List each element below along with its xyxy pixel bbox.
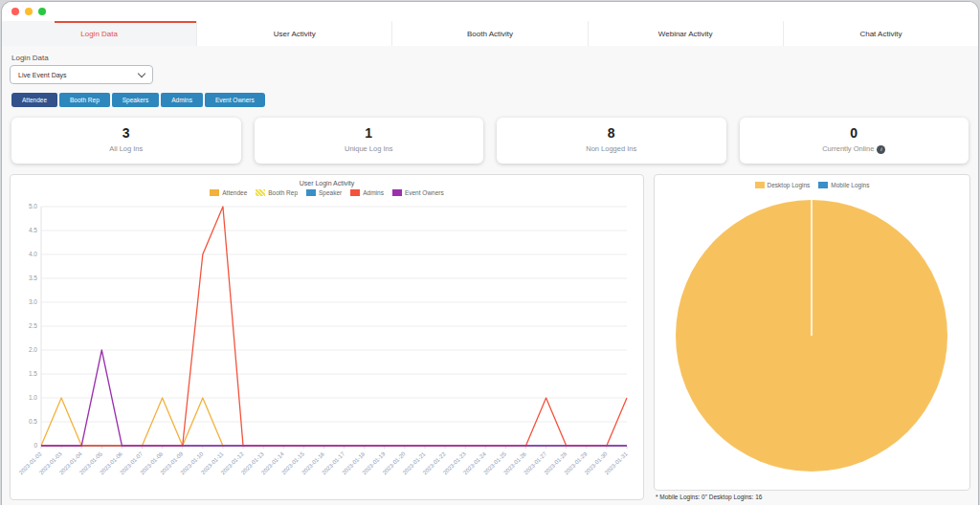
stat-label: Currently Onlinei — [740, 144, 969, 154]
legend-item-speaker[interactable]: Speaker — [306, 189, 342, 196]
svg-text:4.5: 4.5 — [29, 227, 37, 233]
legend-swatch — [818, 182, 828, 188]
svg-text:1.0: 1.0 — [29, 394, 37, 401]
pie-chart-legend: Desktop LoginsMobile Logins — [658, 179, 966, 191]
line-chart-card: User Login Activity AttendeeBooth RepSpe… — [10, 174, 644, 500]
select-value: Live Event Days — [18, 72, 67, 78]
legend-swatch — [755, 182, 765, 188]
svg-text:4.0: 4.0 — [29, 251, 37, 257]
role-button-event-owners[interactable]: Event Owners — [205, 93, 265, 107]
pie-chart-footer: * Mobile Logins: 0" Desktop Logins: 16 — [654, 491, 970, 500]
stat-value: 0 — [740, 125, 969, 141]
tab-user-activity[interactable]: User Activity — [196, 21, 391, 46]
legend-item-booth-rep[interactable]: Booth Rep — [256, 189, 298, 196]
zoom-button[interactable] — [38, 8, 46, 15]
line-chart-svg: 00.51.01.52.02.53.03.54.04.55.02023-01-0… — [12, 199, 636, 494]
legend-item-attendee[interactable]: Attendee — [210, 189, 247, 196]
line-chart-title: User Login Activity — [12, 178, 641, 187]
legend-label: Admins — [363, 189, 384, 196]
tab-booth-activity[interactable]: Booth Activity — [391, 21, 587, 46]
stats-row: 3 All Log Ins 1 Unique Log Ins 8 Non Log… — [11, 118, 969, 164]
legend-swatch — [210, 189, 219, 196]
screen: { "tabs": [ {"label": "Login Data", "act… — [0, 0, 980, 505]
svg-text:0: 0 — [33, 442, 37, 449]
titlebar — [2, 2, 978, 21]
legend-item-admins[interactable]: Admins — [350, 189, 384, 196]
legend-item-event-owners[interactable]: Event Owners — [392, 189, 444, 196]
legend-label: Event Owners — [405, 189, 444, 196]
tab-label: Login Data — [80, 30, 118, 38]
svg-text:5.0: 5.0 — [29, 203, 37, 209]
role-button-admins[interactable]: Admins — [161, 93, 203, 107]
legend-label: Attendee — [222, 189, 247, 196]
stat-card-non-logged-ins: 8 Non Logged Ins — [497, 118, 726, 164]
stat-label: All Log Ins — [11, 144, 241, 153]
tab-webinar-activity[interactable]: Webinar Activity — [588, 21, 783, 46]
role-button-booth-rep[interactable]: Booth Rep — [59, 93, 110, 107]
info-icon[interactable]: i — [877, 145, 885, 154]
role-filter-group: Attendee Booth Rep Speakers Admins Event… — [11, 93, 970, 107]
legend-swatch — [350, 189, 360, 196]
pie-chart-column: Desktop LoginsMobile Logins * Mobile Log… — [654, 174, 970, 500]
svg-text:0.5: 0.5 — [29, 418, 37, 425]
legend-swatch — [256, 189, 265, 196]
tab-label: Booth Activity — [467, 30, 513, 38]
event-days-select[interactable]: Live Event Days — [10, 65, 153, 84]
chevron-down-icon — [138, 69, 145, 77]
legend-swatch — [392, 189, 402, 196]
stat-label: Unique Log Ins — [255, 144, 484, 153]
role-button-speakers[interactable]: Speakers — [112, 93, 159, 107]
tab-label: Chat Activity — [859, 30, 902, 38]
stat-label-text: Currently Online — [822, 144, 874, 153]
login-data-label: Login Data — [11, 54, 970, 62]
legend-label: Mobile Logins — [831, 182, 869, 188]
tab-chat-activity[interactable]: Chat Activity — [783, 21, 978, 46]
svg-text:3.0: 3.0 — [29, 298, 37, 305]
legend-label: Desktop Logins — [768, 182, 811, 188]
legend-item-desktop-logins[interactable]: Desktop Logins — [755, 182, 811, 188]
line-chart-legend: AttendeeBooth RepSpeakerAdminsEvent Owne… — [12, 187, 641, 199]
stat-value: 1 — [255, 125, 484, 141]
legend-label: Speaker — [319, 189, 342, 196]
stat-value: 3 — [11, 125, 241, 141]
stat-value: 8 — [497, 125, 726, 141]
svg-text:3.5: 3.5 — [29, 274, 37, 281]
tab-login-data[interactable]: Login Data — [2, 21, 196, 46]
tab-label: Webinar Activity — [658, 30, 713, 38]
minimize-button[interactable] — [25, 8, 33, 15]
main-content: Login Data Live Event Days Attendee Boot… — [2, 46, 978, 505]
charts-row: User Login Activity AttendeeBooth RepSpe… — [10, 174, 970, 500]
tab-bar: Login Data User Activity Booth Activity … — [2, 21, 978, 47]
legend-item-mobile-logins[interactable]: Mobile Logins — [818, 182, 869, 188]
app-window: Login Data User Activity Booth Activity … — [2, 2, 978, 505]
tab-label: User Activity — [274, 30, 316, 38]
svg-text:2.5: 2.5 — [29, 322, 37, 329]
stat-card-all-log-ins: 3 All Log Ins — [11, 118, 241, 164]
pie-chart-card: Desktop LoginsMobile Logins — [654, 174, 970, 491]
svg-text:2.0: 2.0 — [29, 346, 37, 353]
legend-label: Booth Rep — [268, 189, 298, 196]
role-button-attendee[interactable]: Attendee — [11, 93, 57, 107]
svg-text:1.5: 1.5 — [29, 370, 37, 377]
pie-chart-svg — [658, 191, 966, 476]
stat-card-unique-log-ins: 1 Unique Log Ins — [255, 118, 484, 164]
legend-swatch — [306, 189, 316, 196]
stat-label: Non Logged Ins — [497, 144, 726, 153]
close-button[interactable] — [11, 8, 19, 15]
stat-card-currently-online: 0 Currently Onlinei — [740, 118, 969, 164]
